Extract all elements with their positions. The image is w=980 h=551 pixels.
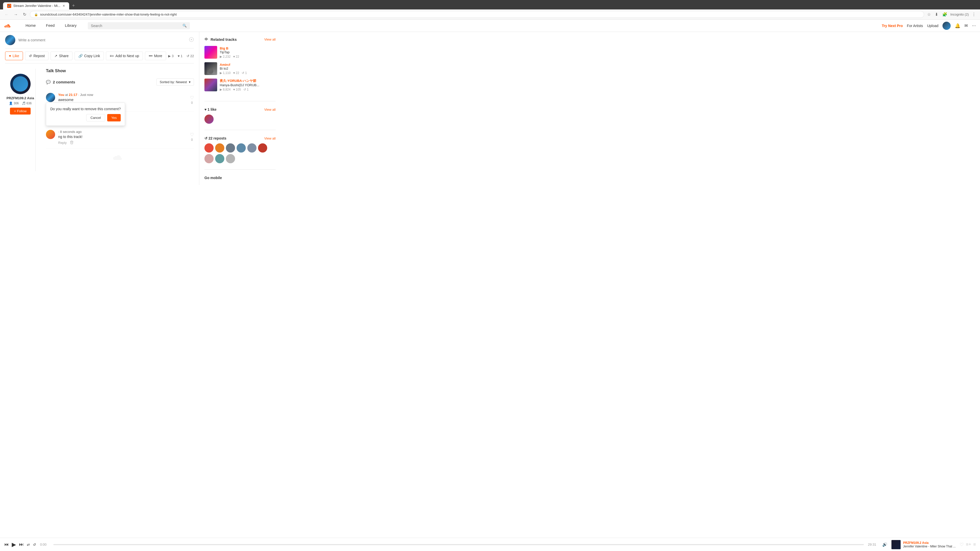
tracks-count: 🎵 636 [22,102,32,105]
url-bar[interactable]: 🔒 soundcloud.com/user-643404247/jennifer… [30,11,924,18]
reposter-avatar-5[interactable] [247,143,256,152]
more-button[interactable]: ••• More [145,52,166,60]
browser-menu-button[interactable]: ⋮ [971,11,977,18]
related-track-title-2: Bi to2 [220,67,275,70]
header-more-button[interactable]: ⋯ [972,23,976,28]
related-track-info-1: Big B TipTap ▶ 2,232 ♥ 22 [220,46,275,59]
player-shuffle-button[interactable]: ⇄ [27,543,30,547]
artist-name[interactable]: PRZFM109.2 Asia [6,96,34,100]
likes-view-all[interactable]: View all [264,108,275,111]
related-track-3[interactable]: 夜久-YORUBA-ハンヤ節 Hanya-Bushi(DJ YORUB... ▶… [204,79,275,91]
player-play-button[interactable]: ▶ [12,541,16,548]
confirm-cancel-button[interactable]: Cancel [86,114,105,121]
svg-rect-12 [207,38,208,40]
comment-meta-2: · 8 seconds ago [58,130,194,134]
send-comment-button[interactable] [189,37,194,43]
user-avatar-header[interactable] [942,22,951,30]
header-right: Try Next Pro For Artists Upload 🔔 ✉ ⋯ [882,22,976,30]
search-input[interactable] [91,24,180,28]
likes-section: ♥ 1 like View all [204,107,275,130]
track-title: Talk Show [46,68,194,73]
comment-like-button-1[interactable]: ♡ [190,95,194,100]
player-repeat-button[interactable]: ↺ [33,543,36,547]
reposter-avatar-1[interactable] [204,143,213,152]
reposter-avatar-6[interactable] [258,143,267,152]
liker-avatar-1[interactable] [204,114,213,124]
new-tab-button[interactable]: + [70,2,77,10]
player-track-title: Jennifer Valentine - Miler Show That ... [903,545,956,548]
reposts-view-all[interactable]: View all [264,137,275,140]
share-button[interactable]: ↗ Share [51,52,72,60]
reposter-avatar-9[interactable] [226,154,235,163]
nav-feed[interactable]: Feed [41,20,60,32]
reply-button-2[interactable]: Reply [58,141,67,144]
player-queue-button[interactable]: ≡ [973,542,976,548]
upload-button[interactable]: Upload [927,24,939,28]
player-prev-button[interactable]: ⏮ [4,542,9,547]
nav-library[interactable]: Library [60,20,82,32]
messages-button[interactable]: ✉ [964,23,968,28]
comment-timestamp-1[interactable]: 21:17 [69,93,77,97]
delete-comment-button-2[interactable] [70,140,74,145]
repost-button[interactable]: ↺ Repost [25,52,48,60]
sort-dropdown[interactable]: Sorted by: Newest ▾ [156,78,194,86]
track-2-reposts: ↺ 1 [242,71,247,75]
related-tracks-title: Related tracks [204,37,237,42]
soundcloud-app: Home Feed Library 🔍 Try Next Pro For Art… [0,20,980,550]
search-bar[interactable]: 🔍 [88,22,190,29]
related-track-1[interactable]: Big B TipTap ▶ 2,232 ♥ 22 [204,46,275,59]
related-tracks-section: Related tracks View all Big B TipTap ▶ 2… [204,37,275,101]
forward-button[interactable]: → [12,11,19,18]
browser-tabs: 🔊 Stream Jennifer Valentine - Mi... ✕ + [3,2,977,10]
related-tracks-view-all[interactable]: View all [264,38,275,41]
reposter-avatar-2[interactable] [215,143,224,152]
track-3-reposts: ↺ 1 [243,88,248,91]
copy-link-button[interactable]: 🔗 Copy Link [75,52,104,60]
track-details: Talk Show 💬 2 comments Sorted by: Newest… [46,68,194,171]
bookmark-button[interactable]: ☆ [926,11,932,18]
player-progress-bar[interactable] [53,544,864,545]
related-track-artist-1[interactable]: Big B [220,46,275,50]
artist-avatar[interactable] [10,74,30,94]
related-tracks-header: Related tracks View all [204,37,275,42]
for-artists-link[interactable]: For Artists [907,24,923,28]
reposter-avatar-4[interactable] [237,143,246,152]
soundcloud-logo[interactable] [4,22,14,29]
active-tab[interactable]: 🔊 Stream Jennifer Valentine - Mi... ✕ [3,2,69,10]
like-button[interactable]: ♥ Like [5,52,23,60]
back-button[interactable]: ← [3,11,10,18]
svg-rect-11 [207,38,207,40]
player-next-button[interactable]: ⏭ [19,542,24,547]
player-volume-button[interactable]: 🔊 [882,542,887,547]
player-track-artist[interactable]: PRZFM109.2 Asia [903,541,956,545]
related-track-artist-3[interactable]: 夜久-YORUBA-ハンヤ節 [220,79,275,83]
reposter-avatar-7[interactable] [204,154,213,163]
player-actions: ♡ ≡+ ≡ [959,542,976,548]
reload-button[interactable]: ↻ [21,11,28,18]
player-track-artwork [891,540,900,549]
comment-user-link-1[interactable]: You [58,93,64,97]
add-to-next-up-button[interactable]: ≡+ Add to Next up [106,52,143,60]
try-next-pro-button[interactable]: Try Next Pro [882,24,903,28]
reposter-avatar-8[interactable] [215,154,224,163]
confirm-yes-button[interactable]: Yes [107,114,121,121]
tab-close-button[interactable]: ✕ [62,4,65,8]
notifications-button[interactable]: 🔔 [955,23,960,29]
reposts-section: ↺ 22 reposts View all [204,136,275,170]
related-track-title-3: Hanya-Bushi(DJ YORUB... [220,83,275,87]
extensions-button[interactable]: 🧩 [941,11,948,18]
nav-home[interactable]: Home [21,20,41,32]
comments-count: 💬 2 comments [46,80,75,84]
related-track-artist-2[interactable]: Amircf [220,63,275,67]
related-track-2[interactable]: Amircf Bi to2 ▶ 1,110 ♥ 22 ↺ 1 [204,62,275,75]
comment-like-button-2[interactable]: ♡ [190,132,194,138]
player-like-button[interactable]: ♡ [959,542,964,548]
download-button[interactable]: ⬇ [934,11,939,18]
reposter-avatar-3[interactable] [226,143,235,152]
player-add-to-queue-button[interactable]: ≡+ [966,542,971,548]
artist-card: PRZFM109.2 Asia 👤 306 🎵 636 + Follow [5,68,36,171]
search-button[interactable]: 🔍 [183,24,187,27]
comment-input-field[interactable] [18,38,186,42]
comment-icon: 💬 [46,80,51,84]
follow-button[interactable]: + Follow [10,108,30,114]
